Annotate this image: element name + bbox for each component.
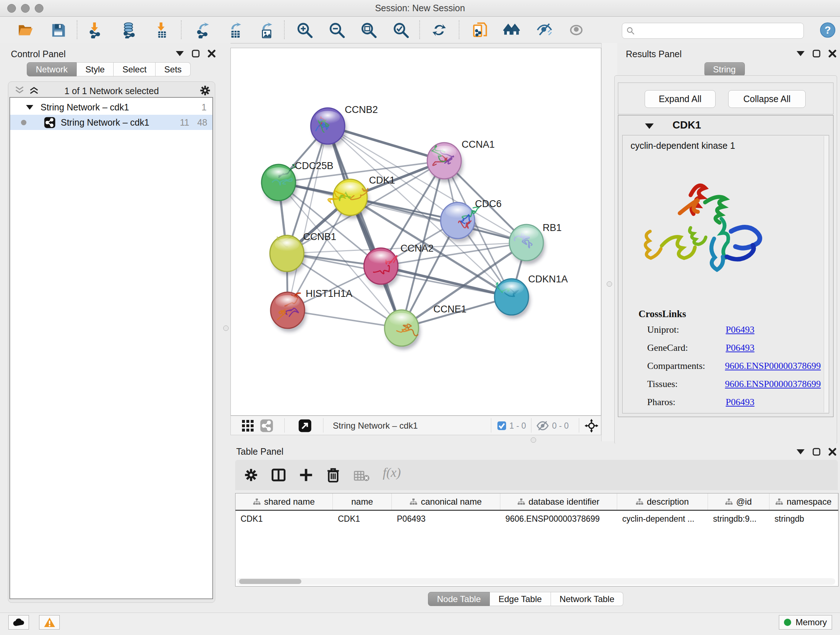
column-header-description[interactable]: description [617, 494, 708, 510]
column-namespace-icon [636, 499, 643, 505]
expand-all-button[interactable]: Expand All [645, 90, 715, 108]
network-canvas[interactable]: CCNB2CCNA1CDC25BCDK1CDC6RB1CCNB1CCNA2CDK… [231, 48, 601, 416]
table-header-row: shared namenamecanonical namedatabase id… [235, 494, 838, 511]
import-network-button[interactable] [86, 20, 106, 40]
tab-edge-table[interactable]: Edge Table [490, 592, 551, 606]
search-input[interactable] [638, 24, 799, 37]
node-ccne1[interactable] [385, 310, 420, 350]
tab-select[interactable]: Select [114, 62, 156, 76]
hidden-eye-slash-icon[interactable] [537, 421, 549, 431]
duplicate-network-button[interactable] [470, 20, 490, 40]
zoom-out-button[interactable] [327, 20, 347, 40]
node-table: shared namenamecanonical namedatabase id… [235, 493, 838, 586]
splitter-handle[interactable] [223, 325, 229, 331]
column-header-shared-name[interactable]: shared name [235, 494, 333, 510]
network-collection-row[interactable]: String Network – cdk1 1 [10, 100, 212, 115]
node-label-ccnb1: CCNB1 [303, 231, 336, 242]
node-label-rb1: RB1 [543, 222, 562, 233]
node-rb1[interactable] [509, 225, 545, 264]
horizontal-splitter-handle[interactable] [531, 437, 536, 443]
entry-expander-icon[interactable] [645, 124, 654, 129]
save-session-button[interactable] [49, 20, 68, 40]
open-in-window-icon[interactable] [298, 419, 312, 432]
table-row[interactable]: CDK1CDK1P064939606.ENSP00000378699cyclin… [235, 511, 838, 527]
grid-view-icon[interactable] [242, 420, 254, 432]
crosslink-value-link[interactable]: P06493 [726, 342, 754, 353]
crosslink-value-link[interactable]: P06493 [726, 397, 754, 408]
entry-title: CDK1 [673, 119, 701, 131]
separator [531, 418, 531, 432]
crosslink-label: Pharos: [647, 397, 726, 408]
tab-node-table[interactable]: Node Table [428, 592, 490, 606]
cloud-button[interactable] [8, 615, 29, 630]
float-panel-icon[interactable] [813, 50, 821, 57]
refresh-button[interactable] [429, 20, 449, 40]
left-splitter[interactable] [221, 43, 231, 613]
column-header-canonical-name[interactable]: canonical name [392, 494, 500, 510]
fit-crosshair-icon[interactable] [584, 419, 598, 432]
tab-network[interactable]: Network [27, 62, 77, 76]
crosslink-value-link[interactable]: 9606.ENSP00000378699 [725, 379, 821, 390]
import-table-button[interactable] [152, 20, 172, 40]
close-panel-icon[interactable] [829, 50, 836, 57]
node-ccna2[interactable] [364, 248, 400, 288]
network-view-icon[interactable] [260, 419, 273, 432]
export-image-button[interactable] [257, 20, 276, 40]
string-home-button[interactable] [502, 20, 521, 40]
close-panel-icon[interactable] [208, 50, 216, 57]
float-panel-icon[interactable] [813, 448, 821, 456]
crosslink-value-link[interactable]: P06493 [726, 325, 754, 335]
show-panel-button[interactable] [567, 20, 586, 40]
table-settings-gear-icon[interactable] [244, 468, 258, 482]
table-cell: stringdb [769, 511, 838, 527]
results-scrollbar[interactable] [824, 136, 829, 412]
add-column-icon[interactable] [299, 468, 313, 482]
close-panel-icon[interactable] [829, 448, 836, 456]
tab-sets[interactable]: Sets [156, 62, 191, 76]
column-header-name[interactable]: name [333, 494, 392, 510]
node-cdc25b[interactable] [262, 165, 297, 204]
export-table-button[interactable] [226, 20, 245, 40]
panel-menu-icon[interactable] [797, 449, 805, 454]
zoom-selected-button[interactable] [391, 20, 411, 40]
horizontal-scrollbar-thumb[interactable] [239, 579, 302, 584]
show-columns-icon[interactable] [271, 468, 286, 482]
node-ccnb2[interactable] [311, 108, 347, 148]
help-button[interactable]: ? [818, 20, 837, 40]
delete-column-trash-icon[interactable] [325, 467, 341, 483]
column-header-@id[interactable]: @id [708, 494, 769, 510]
hide-results-panel-button[interactable] [535, 20, 554, 40]
column-header-database-identifier[interactable]: database identifier [500, 494, 617, 510]
zoom-in-button[interactable] [295, 20, 314, 40]
selected-checkbox-icon[interactable] [497, 421, 507, 431]
open-session-button[interactable] [16, 20, 35, 40]
entry-detail-box: cyclin-dependent kinase 1 CrossLinks Uni… [622, 135, 829, 413]
edge-ccna2-cdkn1a[interactable] [381, 266, 512, 297]
node-ccna1[interactable] [427, 143, 463, 182]
horizontal-scrollbar-track[interactable] [236, 578, 835, 585]
network-row-selected[interactable]: String Network – cdk1 11 48 [10, 115, 212, 130]
panel-menu-icon[interactable] [176, 51, 184, 56]
entry-description: cyclin-dependent kinase 1 [630, 141, 735, 151]
network-graph[interactable]: CCNB2CCNA1CDC25BCDK1CDC6RB1CCNB1CCNA2CDK… [231, 48, 601, 415]
tab-network-table[interactable]: Network Table [551, 592, 624, 606]
warnings-button[interactable] [39, 615, 60, 630]
node-hist1h1a[interactable] [271, 292, 306, 332]
import-database-button[interactable] [119, 20, 139, 40]
collection-expander-icon[interactable] [26, 105, 33, 110]
tab-string[interactable]: String [704, 62, 745, 76]
zoom-fit-button[interactable] [359, 20, 378, 40]
warning-icon [44, 617, 55, 627]
float-panel-icon[interactable] [192, 50, 200, 57]
node-cdkn1a[interactable] [494, 279, 531, 318]
crosslink-value-link[interactable]: 9606.ENSP00000378699 [725, 361, 821, 371]
export-network-button[interactable] [194, 20, 213, 40]
collapse-all-button[interactable]: Collapse All [728, 90, 806, 108]
tab-style[interactable]: Style [77, 62, 114, 76]
memory-button[interactable]: Memory [779, 615, 832, 630]
panel-menu-icon[interactable] [797, 51, 805, 56]
column-label: @id [736, 497, 752, 507]
gear-icon[interactable] [199, 85, 211, 96]
splitter-handle[interactable] [607, 281, 612, 287]
column-header-namespace[interactable]: namespace [769, 494, 838, 510]
